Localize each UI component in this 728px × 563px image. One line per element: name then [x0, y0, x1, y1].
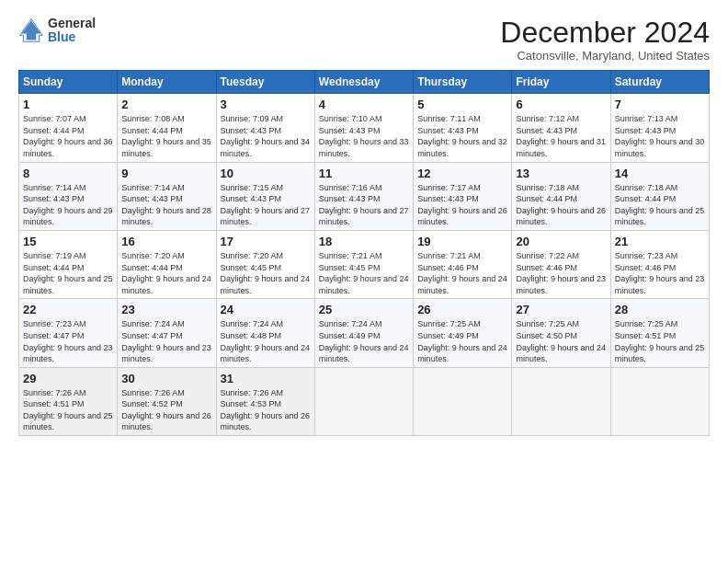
day-number: 23 [121, 303, 211, 316]
calendar-week-row: 15 Sunrise: 7:19 AMSunset: 4:44 PMDaylig… [19, 230, 710, 298]
calendar-page: General Blue December 2024 Catonsville, … [0, 0, 728, 563]
day-info: Sunrise: 7:09 AMSunset: 4:43 PMDaylight:… [221, 113, 311, 159]
day-number: 29 [23, 372, 113, 385]
day-info: Sunrise: 7:18 AMSunset: 4:44 PMDaylight:… [516, 182, 606, 228]
calendar-day-header: Thursday [414, 71, 512, 94]
day-info: Sunrise: 7:12 AMSunset: 4:43 PMDaylight:… [516, 113, 606, 159]
calendar-cell: 5 Sunrise: 7:11 AMSunset: 4:43 PMDayligh… [414, 94, 512, 162]
calendar-cell: 2 Sunrise: 7:08 AMSunset: 4:44 PMDayligh… [118, 94, 216, 162]
calendar-cell [414, 367, 512, 435]
day-info: Sunrise: 7:25 AMSunset: 4:50 PMDaylight:… [516, 318, 606, 364]
calendar-cell: 8 Sunrise: 7:14 AMSunset: 4:43 PMDayligh… [19, 162, 118, 230]
day-number: 12 [417, 167, 507, 180]
calendar-cell [610, 367, 709, 435]
day-info: Sunrise: 7:24 AMSunset: 4:48 PMDaylight:… [221, 318, 311, 364]
calendar-week-row: 1 Sunrise: 7:07 AMSunset: 4:44 PMDayligh… [19, 94, 710, 162]
day-info: Sunrise: 7:07 AMSunset: 4:44 PMDaylight:… [23, 113, 113, 159]
calendar-cell: 4 Sunrise: 7:10 AMSunset: 4:43 PMDayligh… [314, 94, 413, 162]
day-number: 15 [23, 235, 113, 248]
calendar-cell: 3 Sunrise: 7:09 AMSunset: 4:43 PMDayligh… [216, 94, 314, 162]
day-number: 20 [516, 235, 606, 248]
calendar-cell: 27 Sunrise: 7:25 AMSunset: 4:50 PMDaylig… [512, 299, 610, 367]
day-number: 10 [221, 167, 311, 180]
calendar-cell: 28 Sunrise: 7:25 AMSunset: 4:51 PMDaylig… [610, 299, 709, 367]
day-info: Sunrise: 7:26 AMSunset: 4:53 PMDaylight:… [221, 387, 311, 433]
calendar-cell: 21 Sunrise: 7:23 AMSunset: 4:46 PMDaylig… [610, 230, 709, 298]
calendar-cell: 26 Sunrise: 7:25 AMSunset: 4:49 PMDaylig… [414, 299, 512, 367]
calendar-header-row: SundayMondayTuesdayWednesdayThursdayFrid… [19, 71, 710, 94]
calendar-cell: 25 Sunrise: 7:24 AMSunset: 4:49 PMDaylig… [314, 299, 413, 367]
calendar-week-row: 8 Sunrise: 7:14 AMSunset: 4:43 PMDayligh… [19, 162, 710, 230]
day-info: Sunrise: 7:26 AMSunset: 4:52 PMDaylight:… [121, 387, 211, 433]
calendar-cell: 31 Sunrise: 7:26 AMSunset: 4:53 PMDaylig… [216, 367, 314, 435]
day-number: 21 [615, 235, 705, 248]
calendar-day-header: Friday [512, 71, 610, 94]
logo-blue: Blue [48, 30, 96, 44]
day-info: Sunrise: 7:25 AMSunset: 4:49 PMDaylight:… [417, 318, 507, 364]
day-number: 16 [121, 235, 211, 248]
calendar-cell: 15 Sunrise: 7:19 AMSunset: 4:44 PMDaylig… [19, 230, 118, 298]
day-number: 27 [516, 303, 606, 316]
page-header: General Blue December 2024 Catonsville, … [18, 17, 710, 63]
day-number: 28 [615, 303, 705, 316]
day-info: Sunrise: 7:14 AMSunset: 4:43 PMDaylight:… [121, 182, 211, 228]
day-info: Sunrise: 7:21 AMSunset: 4:46 PMDaylight:… [417, 250, 507, 296]
day-number: 1 [23, 98, 113, 111]
calendar-cell: 16 Sunrise: 7:20 AMSunset: 4:44 PMDaylig… [118, 230, 216, 298]
calendar-cell: 24 Sunrise: 7:24 AMSunset: 4:48 PMDaylig… [216, 299, 314, 367]
title-block: December 2024 Catonsville, Maryland, Uni… [500, 17, 710, 63]
calendar-cell: 7 Sunrise: 7:13 AMSunset: 4:43 PMDayligh… [610, 94, 709, 162]
calendar-day-header: Monday [118, 71, 216, 94]
day-number: 7 [615, 98, 705, 111]
day-number: 14 [615, 167, 705, 180]
calendar-cell: 17 Sunrise: 7:20 AMSunset: 4:45 PMDaylig… [216, 230, 314, 298]
day-number: 24 [221, 303, 311, 316]
day-info: Sunrise: 7:23 AMSunset: 4:46 PMDaylight:… [615, 250, 705, 296]
day-number: 17 [221, 235, 311, 248]
calendar-day-header: Sunday [19, 71, 118, 94]
calendar-cell: 11 Sunrise: 7:16 AMSunset: 4:43 PMDaylig… [314, 162, 413, 230]
day-number: 26 [417, 303, 507, 316]
day-info: Sunrise: 7:11 AMSunset: 4:43 PMDaylight:… [417, 113, 507, 159]
day-info: Sunrise: 7:17 AMSunset: 4:43 PMDaylight:… [417, 182, 507, 228]
day-number: 3 [221, 98, 311, 111]
day-info: Sunrise: 7:14 AMSunset: 4:43 PMDaylight:… [23, 182, 113, 228]
svg-marker-0 [22, 21, 41, 40]
calendar-cell: 9 Sunrise: 7:14 AMSunset: 4:43 PMDayligh… [118, 162, 216, 230]
day-number: 13 [516, 167, 606, 180]
calendar-week-row: 29 Sunrise: 7:26 AMSunset: 4:51 PMDaylig… [19, 367, 710, 435]
day-number: 4 [319, 98, 409, 111]
calendar-cell: 19 Sunrise: 7:21 AMSunset: 4:46 PMDaylig… [414, 230, 512, 298]
day-info: Sunrise: 7:19 AMSunset: 4:44 PMDaylight:… [23, 250, 113, 296]
day-info: Sunrise: 7:20 AMSunset: 4:44 PMDaylight:… [121, 250, 211, 296]
day-info: Sunrise: 7:10 AMSunset: 4:43 PMDaylight:… [319, 113, 409, 159]
calendar-cell: 23 Sunrise: 7:24 AMSunset: 4:47 PMDaylig… [118, 299, 216, 367]
logo-icon [18, 17, 44, 43]
calendar-cell [314, 367, 413, 435]
day-number: 25 [319, 303, 409, 316]
day-info: Sunrise: 7:22 AMSunset: 4:46 PMDaylight:… [516, 250, 606, 296]
day-number: 19 [417, 235, 507, 248]
calendar-week-row: 22 Sunrise: 7:23 AMSunset: 4:47 PMDaylig… [19, 299, 710, 367]
calendar-table: SundayMondayTuesdayWednesdayThursdayFrid… [18, 70, 710, 436]
calendar-cell: 22 Sunrise: 7:23 AMSunset: 4:47 PMDaylig… [19, 299, 118, 367]
day-info: Sunrise: 7:21 AMSunset: 4:45 PMDaylight:… [319, 250, 409, 296]
day-info: Sunrise: 7:26 AMSunset: 4:51 PMDaylight:… [23, 387, 113, 433]
day-info: Sunrise: 7:24 AMSunset: 4:49 PMDaylight:… [319, 318, 409, 364]
calendar-cell: 6 Sunrise: 7:12 AMSunset: 4:43 PMDayligh… [512, 94, 610, 162]
calendar-cell: 18 Sunrise: 7:21 AMSunset: 4:45 PMDaylig… [314, 230, 413, 298]
calendar-cell: 10 Sunrise: 7:15 AMSunset: 4:43 PMDaylig… [216, 162, 314, 230]
logo-general: General [48, 17, 96, 30]
day-number: 18 [319, 235, 409, 248]
day-info: Sunrise: 7:13 AMSunset: 4:43 PMDaylight:… [615, 113, 705, 159]
day-info: Sunrise: 7:20 AMSunset: 4:45 PMDaylight:… [221, 250, 311, 296]
calendar-cell: 13 Sunrise: 7:18 AMSunset: 4:44 PMDaylig… [512, 162, 610, 230]
day-number: 22 [23, 303, 113, 316]
day-number: 2 [121, 98, 211, 111]
calendar-day-header: Wednesday [314, 71, 413, 94]
day-info: Sunrise: 7:08 AMSunset: 4:44 PMDaylight:… [121, 113, 211, 159]
logo: General Blue [18, 17, 96, 45]
month-title: December 2024 [500, 17, 710, 49]
calendar-day-header: Tuesday [216, 71, 314, 94]
day-info: Sunrise: 7:16 AMSunset: 4:43 PMDaylight:… [319, 182, 409, 228]
